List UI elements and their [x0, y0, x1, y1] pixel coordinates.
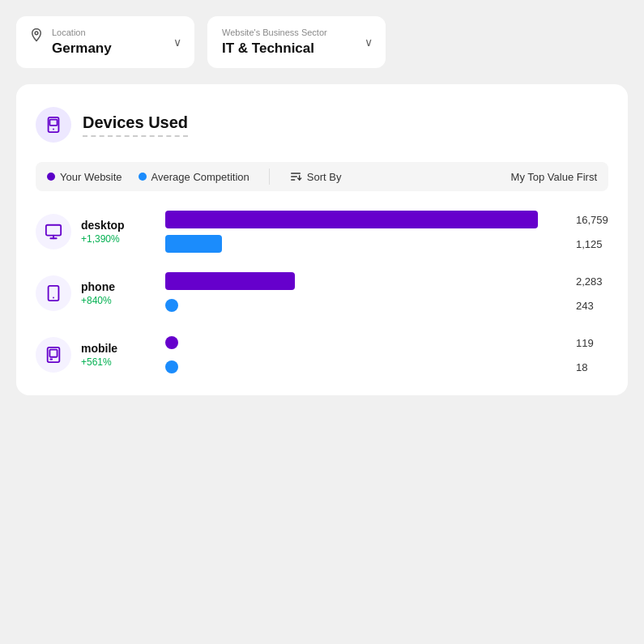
bar-phone-your [165, 272, 295, 290]
dot-mobile-avg [165, 360, 178, 373]
sector-filter[interactable]: Website's Business Sector IT & Technical… [207, 16, 386, 68]
bar-desktop-avg [165, 235, 222, 253]
filter-row: Location Germany ∨ Website's Business Se… [16, 16, 628, 68]
section-title: Devices Used [83, 113, 188, 137]
bar-value-desktop-your: 16,759 [576, 214, 608, 226]
section-header: Devices Used [36, 107, 608, 143]
avg-competition-dot [139, 173, 147, 181]
bars-area-phone: 2,283 243 [165, 272, 608, 314]
location-label: Location [52, 28, 180, 37]
location-filter[interactable]: Location Germany ∨ [16, 16, 194, 68]
bar-row-desktop-your: 16,759 [165, 211, 608, 228]
svg-point-0 [35, 32, 38, 35]
bar-track-mobile-avg [165, 358, 568, 376]
sector-value: IT & Technical [222, 41, 371, 57]
your-website-dot [47, 173, 55, 181]
location-chevron-icon: ∨ [173, 36, 181, 49]
dot-phone-avg [165, 299, 178, 312]
devices-icon-wrap [36, 107, 71, 143]
device-change-phone: +840% [81, 295, 115, 306]
device-change-desktop: +1,390% [81, 233, 125, 245]
phone-icon [45, 284, 62, 302]
sector-label: Website's Business Sector [222, 28, 371, 37]
device-info-desktop: desktop +1,390% [36, 214, 165, 249]
device-name-mobile: mobile [81, 342, 117, 355]
device-name-phone: phone [81, 280, 115, 293]
mobile-icon-wrap [36, 337, 71, 373]
devices-used-card: Devices Used Your Website Average Compet… [16, 84, 628, 395]
bar-desktop-your [165, 211, 538, 228]
bar-row-mobile-your: 119 [165, 334, 608, 352]
bar-row-mobile-avg: 18 [165, 358, 608, 376]
dot-mobile-your [165, 336, 178, 349]
table-row: desktop +1,390% 16,759 1,125 [36, 211, 608, 253]
phone-icon-wrap [36, 275, 71, 311]
desktop-icon [45, 223, 62, 241]
bar-value-phone-avg: 243 [576, 300, 608, 312]
bar-row-phone-avg: 243 [165, 296, 608, 314]
bar-value-mobile-avg: 18 [576, 361, 608, 373]
bar-track-desktop-your [165, 211, 568, 228]
bars-area-desktop: 16,759 1,125 [165, 211, 608, 253]
sort-by-button[interactable]: Sort By [289, 170, 342, 183]
device-info-phone: phone +840% [36, 275, 165, 311]
avg-competition-label: Average Competition [151, 171, 249, 183]
desktop-icon-wrap [36, 214, 71, 249]
bar-value-desktop-avg: 1,125 [576, 238, 608, 250]
svg-rect-14 [49, 350, 57, 357]
device-rows: desktop +1,390% 16,759 1,125 [36, 211, 608, 376]
device-name-desktop: desktop [81, 219, 125, 232]
bar-row-desktop-avg: 1,125 [165, 235, 608, 253]
bar-track-phone-avg [165, 296, 568, 314]
bar-value-mobile-your: 119 [576, 337, 608, 349]
bars-area-mobile: 119 18 [165, 334, 608, 376]
device-info-mobile: mobile +561% [36, 337, 165, 373]
bar-track-desktop-avg [165, 235, 568, 253]
svg-rect-3 [49, 120, 57, 126]
bar-value-phone-your: 2,283 [576, 275, 608, 288]
table-row: mobile +561% 119 18 [36, 334, 608, 376]
mobile-icon [45, 346, 62, 364]
sort-value-label: My Top Value First [511, 171, 597, 183]
your-website-label: Your Website [60, 171, 122, 183]
sort-by-label: Sort By [307, 171, 342, 183]
your-website-legend: Your Website [47, 171, 122, 183]
avg-competition-legend: Average Competition [139, 171, 249, 183]
sector-chevron-icon: ∨ [365, 36, 373, 49]
table-row: phone +840% 2,283 243 [36, 272, 608, 314]
sort-icon [289, 170, 302, 183]
bar-track-mobile-your [165, 334, 568, 352]
bar-row-phone-your: 2,283 [165, 272, 608, 290]
legend-bar: Your Website Average Competition Sort By… [36, 162, 608, 191]
bar-track-phone-your [165, 272, 568, 290]
devices-icon [45, 116, 62, 134]
location-icon [29, 28, 44, 46]
svg-rect-8 [46, 225, 61, 236]
location-value: Germany [52, 41, 180, 57]
sort-separator [269, 168, 270, 185]
device-change-mobile: +561% [81, 356, 117, 368]
